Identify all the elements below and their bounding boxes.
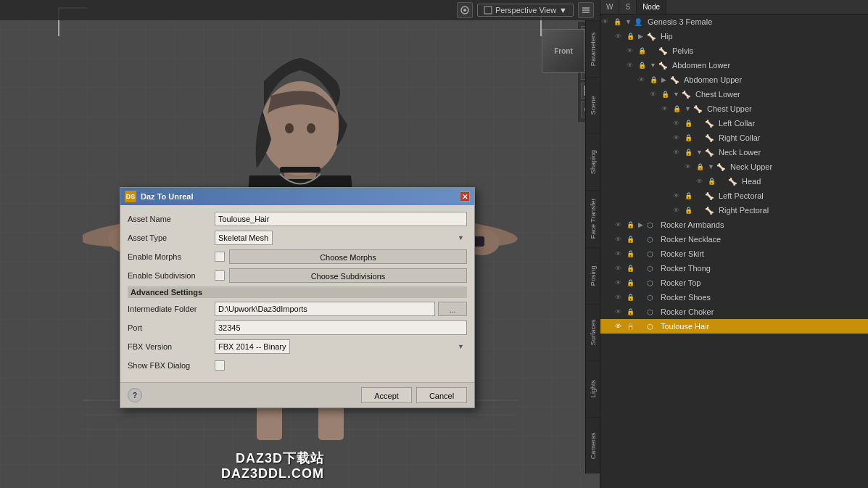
lock-icon: 🔒 bbox=[685, 207, 695, 214]
tree-item-abdomen-upper[interactable]: 👁 🔒 ▶ 🦴 Abdomen Upper bbox=[600, 73, 868, 87]
expand-arrow[interactable]: ▶ bbox=[638, 221, 647, 228]
lock-icon: 🔒 bbox=[627, 323, 637, 330]
enable-subdivision-checkbox[interactable] bbox=[215, 270, 225, 281]
tree-item-rocker-skirt[interactable]: 👁 🔒 ⬡ Rocker Skirt bbox=[600, 247, 868, 261]
tree-item-rocker-necklace[interactable]: 👁 🔒 ⬡ Rocker Necklace bbox=[600, 232, 868, 247]
asset-type-select[interactable]: Skeletal Mesh Static Mesh Animation Pose bbox=[215, 231, 273, 245]
tree-item-right-collar[interactable]: 👁 🔒 🦴 Right Collar bbox=[600, 131, 868, 145]
bone-icon: 🦴 bbox=[705, 134, 716, 142]
tree-item-neck-lower[interactable]: 👁 🔒 ▼ 🦴 Neck Lower bbox=[600, 145, 868, 160]
lock-icon: 🔒 bbox=[708, 178, 718, 185]
lock-icon: 🔒 bbox=[613, 18, 624, 25]
tree-item-chest-upper[interactable]: 👁 🔒 ▼ 🦴 Chest Upper bbox=[600, 102, 868, 116]
tree-item-rocker-choker[interactable]: 👁 🔒 ⬡ Rocker Choker bbox=[600, 305, 868, 319]
asset-type-label: Asset Type bbox=[128, 233, 215, 242]
bone-icon: 🦴 bbox=[716, 163, 728, 171]
bone-icon: 🦴 bbox=[647, 33, 658, 41]
choose-morphs-button[interactable]: Choose Morphs bbox=[229, 249, 467, 264]
show-fbx-dialog-row: Show FBX Dialog bbox=[128, 357, 467, 373]
bone-icon: 🦴 bbox=[705, 120, 716, 128]
tree-item-pelvis[interactable]: 👁 🔒 🦴 Pelvis bbox=[600, 44, 868, 58]
right-panel: W S Node 👁 🔒 ▼ 👤 Genesis 3 Female 👁 🔒 ▶ … bbox=[600, 0, 868, 488]
lock-icon: 🔒 bbox=[685, 120, 695, 127]
asset-type-select-wrapper: Skeletal Mesh Static Mesh Animation Pose… bbox=[215, 231, 467, 245]
eye-icon: 👁 bbox=[615, 265, 625, 272]
bone-icon: 🦴 bbox=[705, 192, 716, 200]
browse-folder-button[interactable]: ... bbox=[438, 302, 467, 316]
dialog-title-text: Daz To Unreal bbox=[141, 192, 460, 201]
eye-icon: 👁 bbox=[673, 207, 683, 214]
enable-morphs-row: Enable Morphs Choose Morphs bbox=[128, 249, 467, 265]
mesh-icon: ⬡ bbox=[647, 279, 658, 287]
tree-item-chest-lower[interactable]: 👁 🔒 ▼ 🦴 Chest Lower bbox=[600, 87, 868, 102]
enable-morphs-checkbox[interactable] bbox=[215, 252, 225, 262]
chest-lower-label: Chest Lower bbox=[695, 90, 740, 99]
fbx-version-select[interactable]: FBX 2014 -- Binary FBX 2013 -- Binary FB… bbox=[215, 339, 290, 354]
tree-item-left-pectoral[interactable]: 👁 🔒 🦴 Left Pectoral bbox=[600, 189, 868, 203]
bone-icon: 🦴 bbox=[705, 207, 716, 215]
tree-item-left-collar[interactable]: 👁 🔒 🦴 Left Collar bbox=[600, 116, 868, 131]
asset-name-input[interactable] bbox=[215, 212, 467, 226]
tree-item-rocker-top[interactable]: 👁 🔒 ⬡ Rocker Top bbox=[600, 276, 868, 290]
bone-icon: 🦴 bbox=[728, 178, 740, 186]
expand-arrow[interactable]: ▼ bbox=[696, 149, 705, 156]
intermediate-folder-input[interactable] bbox=[215, 302, 435, 316]
rocker-skirt-label: Rocker Skirt bbox=[661, 249, 704, 258]
expand-arrow[interactable]: ▼ bbox=[685, 105, 693, 112]
port-input[interactable] bbox=[215, 320, 467, 335]
asset-name-label: Asset Name bbox=[128, 215, 215, 223]
eye-icon: 👁 bbox=[615, 279, 625, 286]
chest-upper-label: Chest Upper bbox=[707, 104, 752, 113]
tree-item-toulouse-hair[interactable]: 👁 🔒 ⬡ Toulouse Hair bbox=[600, 319, 868, 334]
left-pectoral-label: Left Pectoral bbox=[719, 191, 764, 200]
asset-type-row: Asset Type Skeletal Mesh Static Mesh Ani… bbox=[128, 230, 467, 246]
eye-icon: 👁 bbox=[650, 91, 660, 98]
tree-item-rocker-armbands[interactable]: 👁 🔒 ▶ ⬡ Rocker Armbands bbox=[600, 218, 868, 232]
fbx-version-label: FBX Version bbox=[128, 342, 215, 351]
lock-icon: 🔒 bbox=[627, 33, 637, 40]
app-icon-label: DS bbox=[126, 193, 136, 200]
expand-arrow[interactable]: ▼ bbox=[708, 163, 716, 170]
show-fbx-dialog-checkbox[interactable] bbox=[215, 360, 225, 371]
choose-subdivisions-button[interactable]: Choose Subdivisions bbox=[229, 268, 467, 283]
mesh-icon: ⬡ bbox=[647, 221, 658, 229]
neck-lower-label: Neck Lower bbox=[719, 148, 761, 157]
tree-item-head[interactable]: 👁 🔒 🦴 Head bbox=[600, 174, 868, 189]
tree-item-hip[interactable]: 👁 🔒 ▶ 🦴 Hip bbox=[600, 29, 868, 44]
expand-arrow[interactable]: ▼ bbox=[650, 62, 658, 69]
pelvis-label: Pelvis bbox=[672, 46, 693, 55]
mesh-icon: ⬡ bbox=[647, 236, 658, 244]
tree-item-genesis3f[interactable]: 👁 🔒 ▼ 👤 Genesis 3 Female bbox=[600, 15, 868, 29]
tab-node[interactable]: Node bbox=[637, 0, 666, 14]
eye-icon: 👁 bbox=[615, 308, 625, 315]
tree-item-right-pectoral[interactable]: 👁 🔒 🦴 Right Pectoral bbox=[600, 203, 868, 218]
tab-w[interactable]: W bbox=[600, 0, 619, 14]
lock-icon: 🔒 bbox=[673, 105, 683, 112]
tree-item-rocker-thong[interactable]: 👁 🔒 ⬡ Rocker Thong bbox=[600, 261, 868, 276]
expand-arrow[interactable]: ▼ bbox=[673, 91, 682, 98]
scene-tree[interactable]: 👁 🔒 ▼ 👤 Genesis 3 Female 👁 🔒 ▶ 🦴 Hip 👁 🔒… bbox=[600, 15, 868, 488]
bone-icon: 🦴 bbox=[670, 76, 682, 84]
dialog-close-button[interactable]: ✕ bbox=[460, 191, 470, 202]
help-button[interactable]: ? bbox=[128, 388, 142, 402]
advanced-settings-section[interactable]: Advanced Settings bbox=[128, 286, 467, 298]
neck-upper-label: Neck Upper bbox=[730, 162, 772, 171]
expand-arrow[interactable]: ▶ bbox=[661, 76, 670, 83]
abdomen-lower-label: Abdomen Lower bbox=[672, 61, 730, 70]
hair-icon: ⬡ bbox=[647, 323, 658, 331]
viewport: Perspective View ▼ bbox=[0, 0, 600, 488]
expand-arrow[interactable]: ▶ bbox=[638, 33, 647, 40]
lock-icon: 🔒 bbox=[627, 308, 637, 315]
accept-button[interactable]: Accept bbox=[361, 387, 412, 403]
eye-icon: 👁 bbox=[615, 236, 625, 243]
lock-icon: 🔒 bbox=[627, 250, 637, 257]
tree-item-rocker-shoes[interactable]: 👁 🔒 ⬡ Rocker Shoes bbox=[600, 290, 868, 305]
asset-name-row: Asset Name bbox=[128, 211, 467, 227]
tab-s[interactable]: S bbox=[619, 0, 637, 14]
expand-arrow[interactable]: ▼ bbox=[625, 18, 634, 25]
lock-icon: 🔒 bbox=[685, 149, 695, 156]
tree-item-abdomen-lower[interactable]: 👁 🔒 ▼ 🦴 Abdomen Lower bbox=[600, 58, 868, 73]
bone-icon: 🦴 bbox=[658, 47, 670, 55]
tree-item-neck-upper[interactable]: 👁 🔒 ▼ 🦴 Neck Upper bbox=[600, 160, 868, 174]
cancel-button[interactable]: Cancel bbox=[416, 387, 467, 403]
